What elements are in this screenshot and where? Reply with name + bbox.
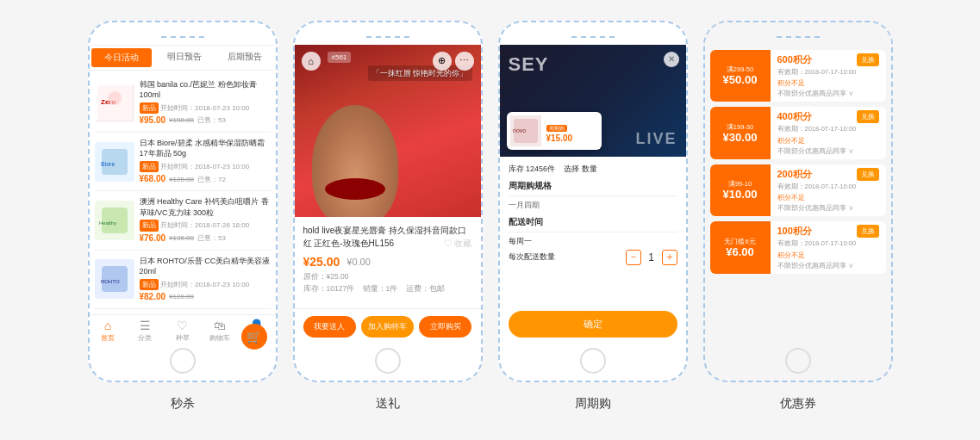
list-item[interactable]: 满99-10 ¥10.00 200积分 兑换 有效期：2018-07-17-10… [710,164,886,217]
nav-cart-label: 购物车 [209,333,230,343]
home-button[interactable]: ⌂ [302,52,321,71]
more-icon[interactable]: ⋯ [455,52,474,71]
product-image: Biore [95,142,134,182]
frequency-option[interactable]: 一月四期 [509,200,677,211]
product-name-text: hold live夜宴星光唇膏 持久保湿抖音同款口红 正红色-玫瑰色HL156 [303,226,466,248]
share-icon[interactable]: ⊕ [433,52,452,71]
product-image: Zero [95,83,134,122]
confirm-button[interactable]: 确定 [509,311,677,338]
product-card-overlay[interactable]: novo 周期购 ¥15.00 [507,112,602,150]
price-row: ¥95.00 ¥198.00 已售：53 [140,115,271,127]
badge-new: 新品 [140,220,159,231]
nav-category[interactable]: ☰ 分类 [127,319,164,343]
product-info: 日本 ROHTO/乐普 CC美白精华美容液 20ml 新品 开始时间：2018-… [140,256,271,303]
product-img-zero: Zero [95,83,134,122]
orig-price: ¥128.00 [169,292,194,301]
gift-button[interactable]: 我要送人 [303,316,356,338]
list-item[interactable]: 满299-50 ¥50.00 600积分 兑换 有效期：2018-07-17-1… [710,50,886,102]
nav-discover[interactable]: ♡ 种草 [164,319,201,343]
coupon-amount: ¥50.00 [723,74,758,85]
expand-hint: 不限部分优惠商品同享 ∨ [777,203,879,213]
list-item[interactable]: ROHTO 日本 ROHTO/乐普 CC美白精华美容液 20ml 新品 开始时间… [95,251,271,309]
product-info: 日本 Biore/碧柔 水感精华保湿防晒霜 17年新品 50g 新品 开始时间：… [140,138,271,185]
buy-now-button[interactable]: 立即购买 [419,316,471,338]
coupon-status: 积分不足 [777,136,879,146]
coupon-amount: ¥30.00 [723,132,758,143]
exchange-button[interactable]: 兑换 [857,110,879,123]
coupon-status: 积分不足 [777,78,879,88]
periodic-badge: 周期购 [546,125,567,132]
tag-badge: #561 [328,52,352,63]
coupon-value-left: 满199-30 ¥30.00 [710,107,771,159]
favorite-icon[interactable]: ♡ 收藏 [444,237,472,250]
nav-category-label: 分类 [138,333,152,343]
action-buttons: 我要送人 加入购特车 立即购买 [295,308,481,344]
tab-tomorrow[interactable]: 明日预告 [153,46,215,70]
nav-home[interactable]: ⌂ 首页 [90,319,127,343]
qty-increase-button[interactable]: ＋ [662,250,677,265]
coupon-amount: ¥6.00 [726,246,754,257]
phone-periodic: SEY LIVE novo 周期购 ¥15.00 [498,21,688,382]
top-icons: ⊕ ⋯ [433,52,474,71]
list-item[interactable]: 无门槛6元 ¥6.00 100积分 兑换 有效期：2018-07-17-10:0… [710,221,886,274]
product-title: 澳洲 Healthy Care 补钙美白咀嚼片 香草味/VC克力味 300粒 [140,196,271,218]
category-icon: ☰ [140,319,151,332]
tab-later[interactable]: 后期预告 [215,46,276,70]
exchange-button[interactable]: 兑换 [857,53,879,66]
seckill-tabs: 今日活动 明日预告 后期预告 [90,46,276,71]
qty-decrease-button[interactable]: － [626,250,641,265]
list-item[interactable]: Healthy 澳洲 Healthy Care 补钙美白咀嚼片 香草味/VC克力… [95,191,271,250]
list-item[interactable]: Biore 日本 Biore/碧柔 水感精华保湿防晒霜 17年新品 50g 新品… [95,133,271,191]
phone-label-gift: 送礼 [376,396,400,412]
select-text: 选择 数量 [564,164,597,173]
discover-icon: ♡ [177,319,188,332]
product-title: 日本 Biore/碧柔 水感精华保湿防晒霜 17年新品 50g [140,138,271,159]
exchange-button[interactable]: 兑换 [857,225,879,238]
tab-today[interactable]: 今日活动 [91,48,153,67]
coupon-detail: 有效期：2018-07-17-10:00 [777,239,879,249]
hero-image: 「一抹红唇 惊艳时光的你」 ⌂ ⊕ ⋯ #561 [295,45,481,217]
card-price: ¥15.00 [546,133,598,143]
coupon-detail: 有效期：2018-07-17-10:00 [777,183,879,192]
exchange-button[interactable]: 兑换 [857,168,879,181]
close-button[interactable]: ✕ [664,52,679,67]
home-icon: ⌂ [104,319,111,332]
product-list: Zero 韩国 banila co./芭妮兰 粉色卸妆膏 100ml 新品 开始… [90,71,276,314]
product-name: hold live夜宴星光唇膏 持久保湿抖音同款口红 正红色-玫瑰色HL156 … [303,224,472,250]
coupon-detail: 有效期：2018-07-17-10:00 [777,125,879,134]
hero-area: SEY LIVE novo 周期购 ¥15.00 [500,45,686,157]
coupon-detail: 有效期：2018-07-17-10:00 [777,68,879,77]
phone-gift: 「一抹红唇 惊艳时光的你」 ⌂ ⊕ ⋯ #561 hold live夜宴星光唇膏… [293,21,483,382]
nav-cart[interactable]: 🛍 购物车 [201,319,238,343]
coupon-amount: ¥10.00 [723,189,758,200]
svg-text:Biore: Biore [101,161,115,167]
orig-price: ¥136.00 [169,233,194,243]
phone-coupon: 满299-50 ¥50.00 600积分 兑换 有效期：2018-07-17-1… [703,21,893,382]
svg-text:novo: novo [513,127,526,133]
svg-point-2 [108,91,122,105]
cart-float-button[interactable]: 🛒 [241,324,267,350]
time-info: 开始时间：2018-07-26 18:00 [160,221,249,229]
coupon-value-left: 无门槛6元 ¥6.00 [710,221,771,274]
list-item[interactable]: Zero 韩国 banila co./芭妮兰 粉色卸妆膏 100ml 新品 开始… [95,74,271,133]
coupon-right: 200积分 兑换 有效期：2018-07-17-10:00 积分不足 不限部分优… [771,164,886,217]
coupon-points: 600积分 [777,53,812,66]
product-title: 韩国 banila co./芭妮兰 粉色卸妆膏 100ml [140,79,271,101]
expand-hint: 不限部分优惠商品同享 ∨ [777,89,879,98]
quantity-control: － 1 ＋ [626,250,677,265]
price-row: ¥68.00 ¥128.00 已售：72 [140,173,271,185]
quantity-row: 每次配送数量 － 1 ＋ [509,250,677,265]
add-to-cart-button[interactable]: 加入购特车 [361,316,414,338]
seckill-price: ¥95.00 [140,115,166,127]
stock-label: 库存：10127件 [303,284,355,293]
price-row: ¥82.00 ¥128.00 [140,291,271,303]
list-item[interactable]: 满199-30 ¥30.00 400积分 兑换 有效期：2018-07-17-1… [710,107,886,159]
price-section: ¥25.00 ¥0.00 [303,255,472,269]
svg-text:Healthy: Healthy [99,220,116,226]
section-title-spec: 周期购规格 [509,180,677,196]
sold-count: 已售：72 [197,175,226,184]
seckill-price: ¥76.00 [140,232,166,245]
orig-price: ¥198.00 [169,115,194,125]
cart-icon: 🛍 [214,319,226,332]
seckill-price: ¥68.00 [140,173,166,185]
